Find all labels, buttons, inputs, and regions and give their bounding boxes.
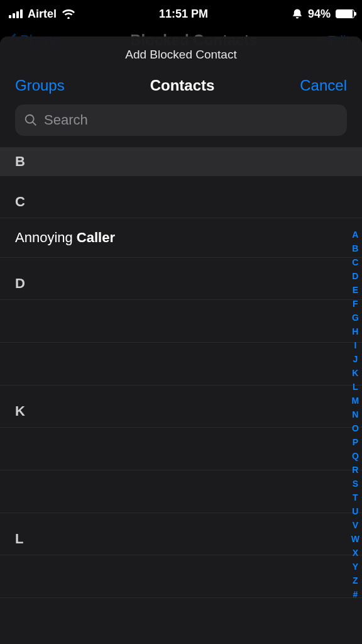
alpha-index-letter[interactable]: U: [352, 506, 358, 518]
alpha-index-letter[interactable]: S: [353, 478, 358, 490]
alpha-index-letter[interactable]: B: [352, 243, 358, 255]
alpha-index-letter[interactable]: E: [353, 284, 358, 296]
battery-icon: [336, 9, 354, 18]
alpha-index-letter[interactable]: K: [352, 367, 358, 379]
section-header-sticky: B: [0, 147, 362, 176]
alpha-index-letter[interactable]: I: [354, 340, 356, 352]
battery-pct-label: 94%: [308, 8, 331, 21]
alpha-index-letter[interactable]: T: [353, 492, 358, 504]
alpha-index-letter[interactable]: #: [353, 589, 358, 601]
sheet-title: Add Blocked Contact: [0, 36, 362, 77]
contact-row[interactable]: [0, 300, 362, 343]
search-input[interactable]: [44, 112, 338, 128]
alpha-index-letter[interactable]: L: [353, 381, 358, 393]
contact-row[interactable]: [0, 343, 362, 386]
contact-list[interactable]: B CAnnoying CallerDKL: [0, 147, 362, 598]
contact-row[interactable]: [0, 428, 362, 470]
contact-row[interactable]: [0, 555, 362, 598]
alpha-index-letter[interactable]: J: [353, 353, 358, 365]
section-header: D: [0, 258, 362, 300]
alpha-index-letter[interactable]: X: [353, 547, 358, 559]
cell-signal-icon: [9, 9, 23, 18]
contact-row[interactable]: Annoying Caller: [0, 218, 362, 258]
wifi-icon: [62, 9, 75, 19]
alpha-index-letter[interactable]: M: [352, 395, 359, 407]
alpha-index-letter[interactable]: R: [352, 464, 358, 476]
alpha-index-letter[interactable]: W: [351, 533, 359, 545]
cancel-button[interactable]: Cancel: [300, 77, 347, 94]
groups-button[interactable]: Groups: [15, 77, 65, 94]
alpha-index-letter[interactable]: A: [352, 229, 358, 241]
carrier-label: Airtel: [28, 8, 57, 21]
search-field[interactable]: [15, 104, 347, 136]
section-header: K: [0, 386, 362, 428]
alpha-index-letter[interactable]: N: [352, 409, 358, 421]
alpha-index-letter[interactable]: Z: [353, 575, 358, 587]
alpha-index-letter[interactable]: C: [352, 257, 358, 269]
sheet-nav: Groups Contacts Cancel: [0, 77, 362, 104]
alpha-index-letter[interactable]: Y: [353, 561, 358, 573]
alpha-index-letter[interactable]: G: [352, 312, 359, 324]
alpha-index-letter[interactable]: F: [353, 298, 358, 310]
battery-fill: [336, 10, 353, 18]
contacts-picker-sheet: Add Blocked Contact Groups Contacts Canc…: [0, 36, 362, 644]
alpha-index-letter[interactable]: Q: [352, 450, 359, 462]
status-bar: Airtel 11:51 PM 94%: [0, 0, 362, 28]
page-title: Contacts: [150, 77, 215, 94]
alpha-index-letter[interactable]: H: [352, 326, 358, 338]
alpha-index-letter[interactable]: O: [352, 423, 359, 435]
alarm-icon: [292, 8, 303, 19]
alpha-index-letter[interactable]: P: [353, 436, 358, 448]
alpha-index-letter[interactable]: V: [353, 519, 358, 531]
section-header: C: [0, 176, 362, 218]
clock-label: 11:51 PM: [159, 8, 208, 21]
contact-row[interactable]: [0, 470, 362, 513]
alpha-index-letter[interactable]: D: [352, 270, 358, 282]
alpha-index[interactable]: ABCDEFGHIJKLMNOPQRSTUVWXYZ#: [351, 229, 359, 601]
section-header: L: [0, 513, 362, 555]
search-icon: [24, 113, 38, 127]
